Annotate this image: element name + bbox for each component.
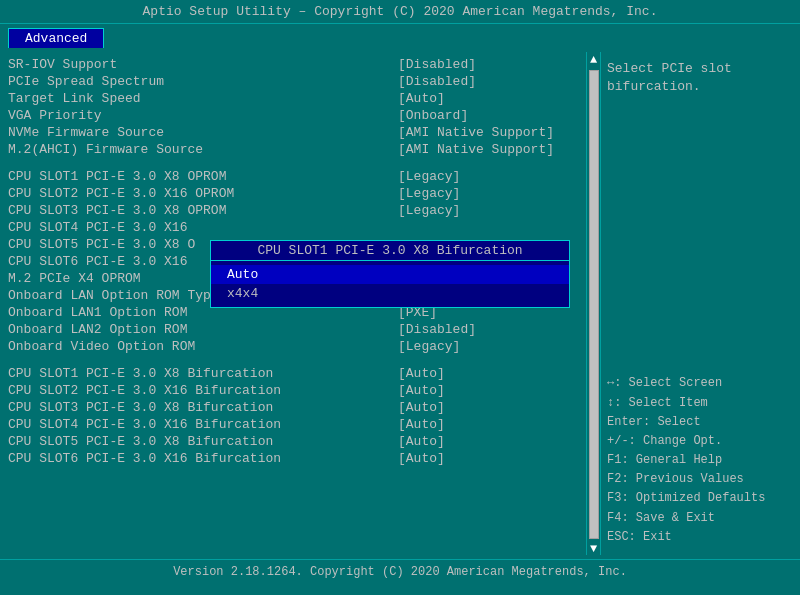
key-legend-item: F4: Save & Exit	[607, 509, 794, 528]
menu-item-value: [Auto]	[398, 434, 578, 449]
menu-item-value: [Auto]	[398, 366, 578, 381]
menu-item-label: CPU SLOT1 PCI-E 3.0 X8 OPROM	[8, 169, 226, 184]
menu-item-label: VGA Priority	[8, 108, 102, 123]
main-area: SR-IOV Support[Disabled]PCIe Spread Spec…	[0, 48, 800, 559]
menu-row[interactable]: Onboard Video Option ROM[Legacy]	[8, 338, 578, 355]
dropdown-popup: CPU SLOT1 PCI-E 3.0 X8 Bifurcation Auto …	[210, 240, 570, 308]
menu-item-label: CPU SLOT6 PCI-E 3.0 X16	[8, 254, 187, 269]
menu-row[interactable]: PCIe Spread Spectrum[Disabled]	[8, 73, 578, 90]
menu-row[interactable]: CPU SLOT2 PCI-E 3.0 X16 OPROM[Legacy]	[8, 185, 578, 202]
dropdown-item-auto[interactable]: Auto	[211, 265, 569, 284]
menu-row[interactable]: NVMe Firmware Source[AMI Native Support]	[8, 124, 578, 141]
bottom-bar: Version 2.18.1264. Copyright (C) 2020 Am…	[0, 559, 800, 587]
top-bar: Aptio Setup Utility – Copyright (C) 2020…	[0, 0, 800, 24]
dropdown-title: CPU SLOT1 PCI-E 3.0 X8 Bifurcation	[211, 241, 569, 261]
menu-row[interactable]: CPU SLOT3 PCI-E 3.0 X8 OPROM[Legacy]	[8, 202, 578, 219]
menu-item-label: CPU SLOT6 PCI-E 3.0 X16 Bifurcation	[8, 451, 281, 466]
key-legend-item: ↕: Select Item	[607, 394, 794, 413]
menu-item-label: Onboard LAN1 Option ROM	[8, 305, 187, 320]
menu-item-label: NVMe Firmware Source	[8, 125, 164, 140]
menu-item-value: [Auto]	[398, 451, 578, 466]
menu-row[interactable]: CPU SLOT1 PCI-E 3.0 X8 OPROM[Legacy]	[8, 168, 578, 185]
menu-item-label: CPU SLOT1 PCI-E 3.0 X8 Bifurcation	[8, 366, 273, 381]
menu-row[interactable]: CPU SLOT2 PCI-E 3.0 X16 Bifurcation[Auto…	[8, 382, 578, 399]
menu-row[interactable]: CPU SLOT1 PCI-E 3.0 X8 Bifurcation[Auto]	[8, 365, 578, 382]
key-legend-item: +/-: Change Opt.	[607, 432, 794, 451]
menu-blank-row	[8, 355, 578, 365]
right-panel: Select PCIe slot bifurcation. ↔: Select …	[600, 52, 800, 555]
menu-item-label: Target Link Speed	[8, 91, 141, 106]
menu-item-value: [Disabled]	[398, 57, 578, 72]
menu-item-value: [Legacy]	[398, 339, 578, 354]
tab-advanced[interactable]: Advanced	[8, 28, 104, 48]
key-legend-item: ESC: Exit	[607, 528, 794, 547]
menu-item-label: CPU SLOT2 PCI-E 3.0 X16 Bifurcation	[8, 383, 281, 398]
menu-item-label: PCIe Spread Spectrum	[8, 74, 164, 89]
menu-item-value: [Auto]	[398, 417, 578, 432]
menu-item-value: [Auto]	[398, 400, 578, 415]
help-text: Select PCIe slot bifurcation.	[607, 60, 794, 96]
menu-item-label: CPU SLOT3 PCI-E 3.0 X8 Bifurcation	[8, 400, 273, 415]
menu-item-value: [Legacy]	[398, 186, 578, 201]
menu-row[interactable]: Target Link Speed[Auto]	[8, 90, 578, 107]
menu-item-label: CPU SLOT4 PCI-E 3.0 X16 Bifurcation	[8, 417, 281, 432]
menu-row[interactable]: CPU SLOT4 PCI-E 3.0 X16 Bifurcation[Auto…	[8, 416, 578, 433]
key-legend-item: F2: Previous Values	[607, 470, 794, 489]
menu-item-value: [Auto]	[398, 91, 578, 106]
scrollbar[interactable]: ▲ ▼	[586, 52, 600, 555]
menu-row[interactable]: VGA Priority[Onboard]	[8, 107, 578, 124]
menu-row[interactable]: CPU SLOT5 PCI-E 3.0 X8 Bifurcation[Auto]	[8, 433, 578, 450]
scroll-up-arrow[interactable]: ▲	[590, 54, 597, 66]
menu-row[interactable]: SR-IOV Support[Disabled]	[8, 56, 578, 73]
menu-row[interactable]: CPU SLOT3 PCI-E 3.0 X8 Bifurcation[Auto]	[8, 399, 578, 416]
menu-item-label: CPU SLOT4 PCI-E 3.0 X16	[8, 220, 187, 235]
scroll-down-arrow[interactable]: ▼	[590, 543, 597, 555]
menu-item-label: CPU SLOT5 PCI-E 3.0 X8 Bifurcation	[8, 434, 273, 449]
menu-row[interactable]: Onboard LAN2 Option ROM[Disabled]	[8, 321, 578, 338]
menu-row[interactable]: CPU SLOT4 PCI-E 3.0 X16	[8, 219, 578, 236]
menu-item-label: CPU SLOT2 PCI-E 3.0 X16 OPROM	[8, 186, 234, 201]
menu-item-value: [Legacy]	[398, 203, 578, 218]
menu-item-value: [Legacy]	[398, 169, 578, 184]
menu-item-value: [Disabled]	[398, 74, 578, 89]
key-legend: ↔: Select Screen↕: Select ItemEnter: Sel…	[607, 374, 794, 547]
dropdown-list: Auto x4x4	[211, 261, 569, 307]
menu-item-value: [AMI Native Support]	[398, 125, 578, 140]
menu-row[interactable]: CPU SLOT6 PCI-E 3.0 X16 Bifurcation[Auto…	[8, 450, 578, 467]
header-title: Aptio Setup Utility – Copyright (C) 2020…	[143, 4, 658, 19]
scroll-thumb[interactable]	[589, 70, 599, 539]
footer-text: Version 2.18.1264. Copyright (C) 2020 Am…	[173, 565, 627, 579]
menu-item-value: [Onboard]	[398, 108, 578, 123]
dropdown-item-x4x4[interactable]: x4x4	[211, 284, 569, 303]
menu-item-value: [Disabled]	[398, 322, 578, 337]
menu-item-label: M.2(AHCI) Firmware Source	[8, 142, 203, 157]
key-legend-item: ↔: Select Screen	[607, 374, 794, 393]
menu-blank-row	[8, 158, 578, 168]
key-legend-item: F3: Optimized Defaults	[607, 489, 794, 508]
menu-item-value: [Auto]	[398, 383, 578, 398]
menu-content: SR-IOV Support[Disabled]PCIe Spread Spec…	[0, 52, 586, 555]
menu-item-label: M.2 PCIe X4 OPROM	[8, 271, 141, 286]
menu-row[interactable]: M.2(AHCI) Firmware Source[AMI Native Sup…	[8, 141, 578, 158]
key-legend-item: Enter: Select	[607, 413, 794, 432]
tab-row: Advanced	[0, 24, 800, 48]
menu-item-label: Onboard Video Option ROM	[8, 339, 195, 354]
menu-item-value	[398, 220, 578, 235]
menu-item-label: CPU SLOT5 PCI-E 3.0 X8 O	[8, 237, 195, 252]
key-legend-item: F1: General Help	[607, 451, 794, 470]
menu-item-value: [AMI Native Support]	[398, 142, 578, 157]
menu-item-label: Onboard LAN2 Option ROM	[8, 322, 187, 337]
menu-item-label: Onboard LAN Option ROM Typ	[8, 288, 211, 303]
menu-item-label: CPU SLOT3 PCI-E 3.0 X8 OPROM	[8, 203, 226, 218]
menu-item-label: SR-IOV Support	[8, 57, 117, 72]
